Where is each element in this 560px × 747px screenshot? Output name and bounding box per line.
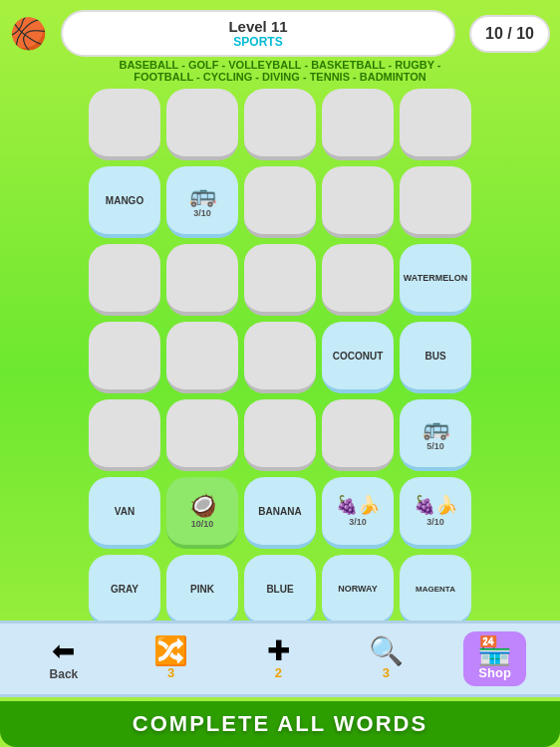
shop-icon: 🏪 <box>477 637 512 665</box>
cell-empty[interactable] <box>400 166 471 238</box>
cell-banana[interactable]: BANANA <box>244 477 316 549</box>
cell-empty[interactable] <box>89 89 160 160</box>
cell-empty[interactable] <box>89 244 160 316</box>
level-category: SPORTS <box>233 35 282 49</box>
cell-empty[interactable] <box>244 89 316 160</box>
grid-row: GRAY PINK BLUE NORWAY MAGENTA <box>20 555 540 626</box>
back-icon: ⬅ <box>52 637 75 665</box>
ball-icon: 🏀 <box>10 19 47 49</box>
cell-empty[interactable] <box>322 399 394 471</box>
cell-mango[interactable]: MANGO <box>89 166 160 238</box>
grid-row: VAN 🥥 10/10 BANANA 🍇🍌 3/10 🍇🍌 3/10 <box>20 477 540 549</box>
toolbar: ⬅ Back 🔀 3 ✚ 2 🔍 3 🏪 Shop <box>0 621 560 697</box>
cell-empty[interactable] <box>166 322 238 393</box>
cell-magenta[interactable]: MAGENTA <box>400 555 471 626</box>
footer: COMPLETE ALL WORDS <box>0 701 560 747</box>
cell-coconut-full[interactable]: 🥥 10/10 <box>166 477 238 549</box>
add-icon: ✚ <box>267 637 290 665</box>
back-button[interactable]: ⬅ Back <box>34 637 94 681</box>
words-list: BASEBALL - GOLF - VOLLEYBALL - BASKETBAL… <box>0 59 560 83</box>
cell-bus-icon-1[interactable]: 🚌 3/10 <box>166 166 238 238</box>
cell-empty[interactable] <box>166 89 238 160</box>
cell-blue-word[interactable]: BLUE <box>244 555 316 626</box>
cell-van[interactable]: VAN <box>89 477 160 549</box>
hint-icon: 🔍 <box>369 637 404 665</box>
cell-watermelon[interactable]: WATERMELON <box>400 244 471 316</box>
cell-empty[interactable] <box>166 399 238 471</box>
cell-empty[interactable] <box>244 322 316 393</box>
cell-empty[interactable] <box>89 322 160 393</box>
cell-gray[interactable]: GRAY <box>89 555 160 626</box>
cell-empty[interactable] <box>244 244 316 316</box>
cell-empty[interactable] <box>400 89 471 160</box>
shuffle-icon: 🔀 <box>153 637 188 665</box>
grid-row: MANGO 🚌 3/10 <box>20 166 540 238</box>
game-grid: MANGO 🚌 3/10 WATERMELON COCONUT BUS <box>0 89 560 626</box>
level-title: Level 11 <box>228 18 287 35</box>
cell-empty[interactable] <box>244 166 316 238</box>
cell-pink[interactable]: PINK <box>166 555 238 626</box>
cell-bus[interactable]: BUS <box>400 322 471 393</box>
grid-row: 🚌 5/10 <box>20 399 540 471</box>
grid-row <box>20 89 540 160</box>
grid-row: WATERMELON <box>20 244 540 316</box>
add-button[interactable]: ✚ 2 <box>248 637 308 680</box>
shuffle-button[interactable]: 🔀 3 <box>141 637 201 680</box>
cell-empty[interactable] <box>322 244 394 316</box>
shop-button[interactable]: 🏪 Shop <box>463 631 526 686</box>
cell-empty[interactable] <box>322 89 394 160</box>
cell-norway[interactable]: NORWAY <box>322 555 394 626</box>
cell-coconut[interactable]: COCONUT <box>322 322 394 393</box>
level-box: Level 11 SPORTS <box>61 10 455 57</box>
cell-empty[interactable] <box>89 399 160 471</box>
footer-text: COMPLETE ALL WORDS <box>133 711 427 737</box>
cell-empty[interactable] <box>244 399 316 471</box>
score-box: 10 / 10 <box>469 15 550 53</box>
header: 🏀 Level 11 SPORTS 10 / 10 <box>10 10 550 57</box>
cell-fruits-2[interactable]: 🍇🍌 3/10 <box>400 477 471 549</box>
hint-button[interactable]: 🔍 3 <box>356 637 416 680</box>
grid-row: COCONUT BUS <box>20 322 540 393</box>
cell-fruits-1[interactable]: 🍇🍌 3/10 <box>322 477 394 549</box>
cell-bus-icon-2[interactable]: 🚌 5/10 <box>400 399 471 471</box>
cell-empty[interactable] <box>322 166 394 238</box>
cell-empty[interactable] <box>166 244 238 316</box>
